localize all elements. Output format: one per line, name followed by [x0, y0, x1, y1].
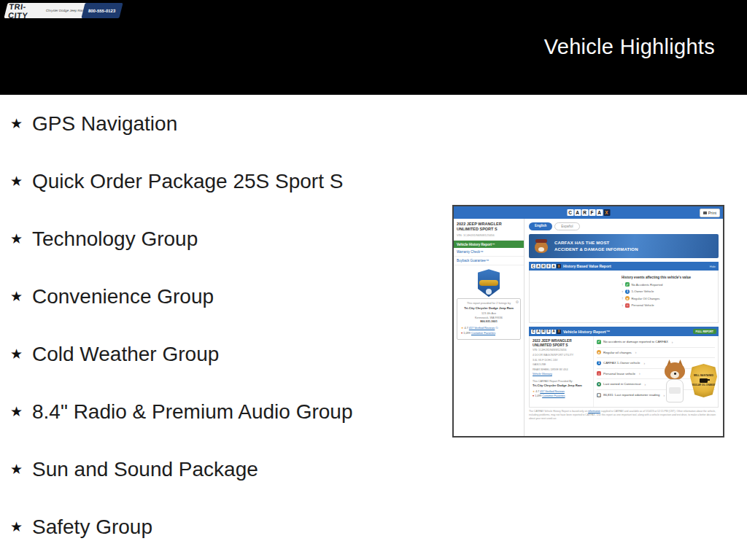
accident-info-banner: CARFAX HAS THE MOST ACCIDENT & DAMAGE IN…	[529, 234, 719, 258]
history-report-content: 2022 JEEP WRANGLER UNLIMITED SPORT S VIN…	[529, 336, 719, 408]
carfax-logo: C A R F A X	[567, 209, 610, 216]
sidebar-item-warranty-check[interactable]: Warranty Check™	[454, 248, 524, 257]
value-report-bar: CARFAX History Based Value Report Hide	[529, 262, 719, 271]
info-icon[interactable]: ⓘ	[495, 327, 498, 330]
dealer-favorites-row: ♥ 1,099 Customer Favorites	[461, 331, 518, 336]
event-row: ↑ 1 1-Owner Vehicle	[622, 289, 715, 294]
check-icon: ✓	[625, 282, 630, 287]
full-report-button[interactable]: FULL REPORT	[693, 329, 716, 334]
dealer-ratings: ★ 4.7 417 Verified Reviews ♥ 1,099 Custo…	[533, 389, 590, 399]
customer-favorites-link[interactable]: Customer Favorites	[471, 332, 495, 335]
hide-link[interactable]: Hide	[710, 265, 716, 268]
chevron-right-icon: ›	[639, 371, 640, 376]
history-row[interactable]: ◉ 86,831: Last reported odometer reading…	[597, 390, 715, 401]
dealer-review-row: ★ 4.7 417 Verified Reviews ⓘ	[461, 326, 518, 331]
star-bullet-icon: ★	[10, 173, 26, 190]
fox-mascot-avatar-icon	[533, 238, 550, 255]
dealer-logo-phone-box: 800-555-0123	[81, 3, 123, 18]
heart-icon: ♥	[533, 394, 534, 397]
highlights-list: ★GPS Navigation ★Quick Order Package 25S…	[0, 95, 438, 556]
up-arrow-icon: ↑	[622, 296, 624, 300]
tab-english[interactable]: English	[529, 222, 552, 230]
vehicle-highlights-page: TRI-CITY Chrysler Dodge Jeep Ram 800-555…	[0, 0, 747, 560]
spec-line: GASOLINE	[533, 363, 590, 368]
history-report-bar: CARFAX Vehicle History Report™ FULL REPO…	[529, 327, 719, 336]
heart-icon: ♥	[461, 332, 462, 335]
verified-reviews-link[interactable]: 417 Verified Reviews	[540, 390, 565, 393]
carfax-logo-letter: C	[567, 209, 573, 216]
spec-line: 3.6L V6 F DOHC 24V	[533, 359, 590, 363]
up-arrow-icon: ↑	[622, 303, 624, 308]
print-label: Print	[708, 211, 716, 215]
personal-vehicle-icon: ⌂	[625, 303, 630, 308]
information-link[interactable]: information	[588, 410, 600, 413]
star-icon: ★	[461, 327, 463, 330]
provided-for-text: This report provided for 2 listings by	[460, 302, 518, 305]
star-bullet-icon: ★	[10, 288, 26, 305]
carfax-fox-icon: X	[603, 209, 610, 216]
history-row[interactable]: 1 CARFAX 1-Owner vehicle ›	[597, 358, 715, 369]
disclaimer-text: The CARFAX Vehicle History Report is bas…	[529, 410, 719, 421]
event-row: ↑ ✓ No Accidents Reported	[622, 282, 715, 287]
spec-line: REAR WHEEL DRIVE W/ 4X4	[533, 368, 590, 373]
history-row[interactable]: ⌂ Personal lease vehicle ›	[597, 369, 715, 380]
print-button[interactable]: Print	[700, 209, 720, 217]
one-owner-icon: 1	[625, 289, 630, 294]
value-report-title: History Based Value Report	[563, 264, 611, 268]
highlight-text: GPS Navigation	[32, 112, 177, 136]
gear-icon[interactable]: ⚙	[516, 300, 519, 304]
history-row[interactable]: ● Last owned in Connecticut ›	[597, 379, 715, 390]
odometer-icon: ◉	[597, 393, 601, 397]
chevron-right-icon: ›	[672, 340, 673, 344]
history-rows: ✓ No accidents or damage reported to CAR…	[594, 336, 718, 407]
banner-text: CARFAX HAS THE MOST ACCIDENT & DAMAGE IN…	[554, 240, 638, 252]
carfax-main: English Español CARFAX HAS THE MOST ACCI…	[525, 219, 723, 438]
dealer-info-card: ⚙ This report provided for 2 listings by…	[457, 298, 521, 340]
highlight-text: Quick Order Package 25S Sport S	[32, 170, 343, 193]
location-icon: ●	[597, 382, 601, 386]
dealer-name: Tri-City Chrysler Dodge Jeep Ram	[460, 306, 518, 311]
print-icon	[703, 211, 707, 214]
value-report-content: History events affecting this vehicle's …	[529, 271, 719, 323]
chevron-right-icon: ›	[635, 350, 637, 354]
star-bullet-icon: ★	[10, 115, 26, 132]
header-band: TRI-CITY Chrysler Dodge Jeep Ram 800-555…	[0, 0, 747, 95]
tab-espanol[interactable]: Español	[554, 222, 579, 230]
chevron-right-icon: ›	[644, 361, 646, 365]
history-events-block: History events affecting this vehicle's …	[622, 271, 718, 322]
highlight-text: Technology Group	[32, 228, 198, 251]
history-report-title: Vehicle History Report™	[563, 330, 610, 334]
star-bullet-icon: ★	[10, 346, 26, 362]
sidebar-item-vehicle-history-report[interactable]: Vehicle History Report™	[454, 241, 524, 248]
star-bullet-icon: ★	[10, 518, 26, 535]
carfax-body: 2022 JEEP WRANGLER UNLIMITED SPORT S VIN…	[454, 219, 723, 438]
check-icon: ✓	[597, 340, 601, 344]
sidebar-vehicle-title: 2022 JEEP WRANGLER UNLIMITED SPORT S	[454, 222, 524, 232]
star-bullet-icon: ★	[10, 403, 26, 420]
verified-reviews-link[interactable]: 417 Verified Reviews	[469, 327, 495, 330]
star-icon: ★	[533, 390, 535, 393]
language-tabs: English Español	[525, 219, 723, 233]
star-bullet-icon: ★	[10, 230, 26, 247]
personal-vehicle-icon: ⌂	[597, 371, 601, 376]
dealer-ratings: ★ 4.7 417 Verified Reviews ⓘ ♥ 1,099 Cus…	[460, 326, 518, 336]
history-row[interactable]: ● Regular oil changes ›	[597, 348, 715, 359]
list-item: ★Quick Order Package 25S Sport S	[0, 152, 438, 210]
carfax-logo-letter: A	[574, 209, 581, 216]
carfax-report-panel: C A R F A X Print 2022 JEEP WRANGLER UNL…	[452, 205, 724, 438]
chevron-right-icon: ›	[645, 382, 646, 386]
highlight-text: 8.4" Radio & Premium Audio Group	[32, 400, 353, 424]
vehicle-glossary-link[interactable]: Vehicle Glossary	[533, 373, 552, 376]
list-item: ★Cold Weather Group	[0, 325, 438, 383]
highlight-text: Sun and Sound Package	[32, 458, 258, 481]
dealer-logo-subtext: Chrysler Dodge Jeep Ram	[46, 9, 85, 12]
chevron-right-icon: ›	[663, 393, 665, 397]
star-bullet-icon: ★	[10, 461, 26, 478]
sidebar-item-buyback-guarantee[interactable]: Buyback Guarantee™	[454, 257, 524, 265]
highlight-text: Cold Weather Group	[32, 343, 219, 366]
history-row[interactable]: ✓ No accidents or damage reported to CAR…	[597, 337, 715, 348]
dealer-phone-number: 866-931-3601	[460, 320, 518, 323]
customer-favorites-link[interactable]: Customer Favorites	[542, 394, 565, 397]
page-title: Vehicle Highlights	[544, 35, 715, 59]
dealer-logo-left: TRI-CITY Chrysler Dodge Jeep Ram	[4, 3, 89, 18]
